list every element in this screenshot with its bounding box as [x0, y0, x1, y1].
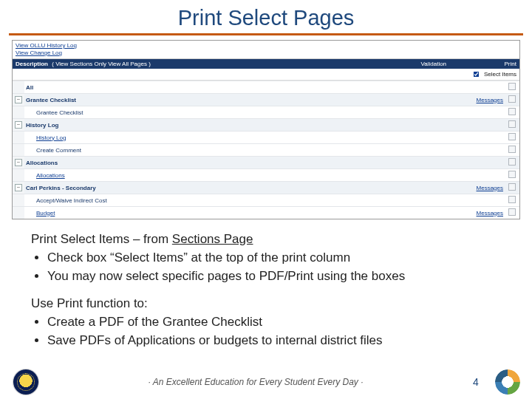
row-label: Carl Perkins - Secondary: [24, 182, 373, 194]
row-print-checkbox[interactable]: [505, 194, 519, 207]
table-row: History Log: [13, 132, 519, 144]
row-print-checkbox[interactable]: [505, 119, 519, 132]
row-print-checkbox[interactable]: [505, 106, 519, 119]
section-table: All−Grantee ChecklistMessagesGrantee Che…: [13, 81, 519, 219]
toggle-cell: [13, 169, 24, 182]
row-validation[interactable]: Messages: [373, 94, 505, 106]
row-label: Grantee Checklist: [24, 106, 373, 119]
row-print-checkbox[interactable]: [505, 132, 519, 144]
table-row: Create Comment: [13, 144, 519, 157]
select-items-label: Select Items: [484, 71, 516, 78]
col-description: Description: [16, 61, 48, 67]
table-row: −Carl Perkins - SecondaryMessages: [13, 182, 519, 194]
lead-line-1: Print Select Items – from Sections Page: [31, 231, 498, 248]
row-label[interactable]: Allocations: [24, 169, 373, 182]
list-item: Check box “Select Items” at the top of t…: [47, 250, 498, 267]
toggle-cell[interactable]: −: [13, 119, 24, 132]
row-print-checkbox[interactable]: [505, 157, 519, 169]
table-row: Allocations: [13, 169, 519, 182]
row-print-checkbox[interactable]: [505, 182, 519, 194]
toggle-cell: [13, 132, 24, 144]
row-validation: [373, 106, 505, 119]
row-print-checkbox[interactable]: [505, 81, 519, 94]
row-validation: [373, 194, 505, 207]
list-item: Save PDFs of Applications or budgets to …: [47, 332, 498, 349]
select-items-row: Select Items: [13, 69, 519, 81]
footer-tagline: · An Excellent Education for Every Stude…: [38, 377, 473, 387]
table-row: −History Log: [13, 119, 519, 132]
row-label: Accept/Waive Indirect Cost: [24, 194, 373, 207]
screenshot-panel: View OLLU History Log View Change Log De…: [12, 40, 520, 219]
page-title: Print Select Pages: [0, 0, 532, 33]
row-validation: [373, 169, 505, 182]
select-items-checkbox[interactable]: [473, 72, 479, 78]
row-validation: [373, 132, 505, 144]
table-row: Accept/Waive Indirect Cost: [13, 194, 519, 207]
row-print-checkbox[interactable]: [505, 94, 519, 106]
row-label: Allocations: [24, 157, 373, 169]
toggle-cell: [13, 194, 24, 207]
list-item: You may now select specific pages to PDF…: [47, 268, 498, 285]
col-print: Print: [446, 61, 516, 67]
toggle-cell: [13, 207, 24, 219]
row-label: Create Comment: [24, 144, 373, 157]
row-validation: [373, 144, 505, 157]
slide-root: Print Select Pages View OLLU History Log…: [0, 0, 532, 399]
row-validation[interactable]: Messages: [373, 207, 505, 219]
toggle-cell[interactable]: −: [13, 94, 24, 106]
history-links: View OLLU History Log View Change Log: [13, 41, 519, 59]
page-number: 4: [473, 376, 495, 388]
toggle-cell: [13, 106, 24, 119]
table-row: Grantee Checklist: [13, 106, 519, 119]
row-print-checkbox[interactable]: [505, 169, 519, 182]
view-history-link[interactable]: View OLLU History Log: [16, 42, 516, 50]
toggle-cell[interactable]: −: [13, 182, 24, 194]
body-text: Print Select Items – from Sections Page …: [31, 231, 498, 349]
row-label: History Log: [24, 119, 373, 132]
education-logo-icon: [13, 369, 38, 395]
swirl-logo-icon: [495, 369, 520, 395]
view-change-log-link[interactable]: View Change Log: [16, 50, 516, 57]
row-label: All: [24, 81, 373, 94]
table-row: −Allocations: [13, 157, 519, 169]
toggle-cell: [13, 81, 24, 94]
row-label[interactable]: History Log: [24, 132, 373, 144]
bullet-list-1: Check box “Select Items” at the top of t…: [31, 250, 498, 285]
footer: · An Excellent Education for Every Stude…: [0, 369, 532, 395]
table-header: Description ( View Sections Only View Al…: [13, 59, 519, 69]
row-label: Grantee Checklist: [24, 94, 373, 106]
row-validation: [373, 81, 505, 94]
table-row: −Grantee ChecklistMessages: [13, 94, 519, 106]
toggle-cell[interactable]: −: [13, 157, 24, 169]
row-validation: [373, 119, 505, 132]
title-divider: [9, 33, 523, 35]
row-print-checkbox[interactable]: [505, 144, 519, 157]
lead-line-2: Use Print function to:: [31, 296, 498, 313]
table-row: All: [13, 81, 519, 94]
lead-text: Print Select Items – from: [31, 232, 172, 246]
table-row: BudgetMessages: [13, 207, 519, 219]
lead-underline: Sections Page: [172, 232, 253, 246]
row-label[interactable]: Budget: [24, 207, 373, 219]
subnav-links[interactable]: ( View Sections Only View All Pages ): [52, 61, 151, 67]
col-validation: Validation: [306, 61, 446, 67]
row-validation: [373, 157, 505, 169]
toggle-cell: [13, 144, 24, 157]
list-item: Create a PDF of the Grantee Checklist: [47, 314, 498, 331]
bullet-list-2: Create a PDF of the Grantee Checklist Sa…: [31, 314, 498, 349]
row-print-checkbox[interactable]: [505, 207, 519, 219]
row-validation[interactable]: Messages: [373, 182, 505, 194]
